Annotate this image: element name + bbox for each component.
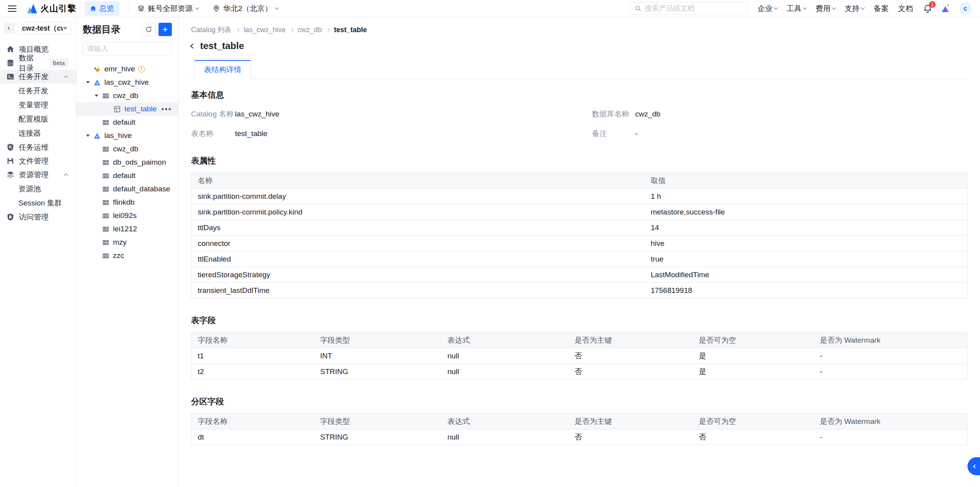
table-row: dtSTRINGnull否否- [191, 429, 967, 445]
caret-down-icon [95, 94, 98, 97]
caret-down-icon [86, 81, 90, 84]
tree-item-las-hive-db[interactable]: cwz_db [77, 142, 178, 156]
beta-badge: Beta [49, 58, 68, 67]
account-scope-dropdown[interactable]: 账号全部资源 [137, 4, 199, 14]
brand-logo-icon [27, 4, 37, 13]
sidebar-item-config-template[interactable]: 配置模版 [0, 112, 76, 126]
overview-label: 总览 [99, 4, 114, 14]
table-row: connectorhive [191, 236, 967, 251]
menu-item-billing[interactable]: 费用 [816, 4, 835, 14]
brand-logo[interactable]: 火山引擎 [27, 3, 77, 15]
tree-item-default[interactable]: default [77, 116, 178, 129]
sidebar-group-resource-mgmt[interactable]: 资源管理 [0, 168, 76, 182]
hamburger-icon[interactable] [8, 5, 16, 12]
database-icon [102, 185, 109, 193]
tree-item-las-hive-db[interactable]: flinkdb [77, 196, 178, 209]
sidebar-item-session-cluster[interactable]: Session 集群 [0, 196, 76, 210]
refresh-icon [145, 26, 152, 33]
tree-item-emr-hive[interactable]: emr_hive ! [77, 62, 178, 76]
avatar[interactable]: c [959, 2, 971, 15]
tree-item-las-hive-db[interactable]: db_ods_paimon [77, 156, 178, 169]
refresh-button[interactable] [142, 23, 155, 36]
tree-item-las-hive-db[interactable]: default [77, 169, 178, 182]
region-label: 华北2（北京） [223, 4, 272, 14]
app-window: 火山引擎 总览 账号全部资源 华北2（北京） [0, 0, 980, 487]
table-props: 名称 取值 sink.partition-commit.delay1 h sin… [191, 173, 967, 298]
tree-item-las-hive-db[interactable]: mzy [77, 236, 178, 249]
project-selector[interactable]: cwz-test（cwz... [18, 22, 71, 35]
catalog-search [83, 42, 172, 55]
global-search-input[interactable] [645, 4, 742, 13]
overview-button[interactable]: 总览 [84, 1, 120, 16]
sidebar-item-data-catalog[interactable]: 数据目录 Beta [0, 56, 76, 70]
shield-wrench-icon [6, 143, 15, 151]
tree-item-las-hive-db[interactable]: default_database [77, 182, 178, 196]
table-row: tieredStorageStrategyLastModifiedTime [191, 267, 967, 283]
sidebar-group-task-dev[interactable]: 任务开发 [0, 70, 76, 84]
global-search [630, 2, 747, 15]
basic-info-grid: Catalog 名称 las_cwz_hive 数据库名称 cwz_db 表名称… [191, 109, 967, 139]
project-sidebar: cwz-test（cwz... 项目概览 数据目录 [0, 17, 77, 487]
chevron-up-icon [64, 76, 68, 80]
chevron-down-icon [275, 6, 279, 10]
menu-item-enterprise[interactable]: 企业 [758, 4, 777, 14]
sidebar-item-file-mgmt[interactable]: 文件管理 [0, 154, 76, 168]
notification-badge: 1 [929, 1, 936, 8]
more-icon[interactable]: ••• [161, 105, 172, 114]
table-fields: 字段名称 字段类型 表达式 是否为主键 是否可为空 是否为 Watermark … [191, 332, 967, 380]
section-title-basic-info: 基本信息 [191, 89, 967, 100]
tree-item-las-hive-db[interactable]: zzc [77, 249, 178, 262]
sidebar-item-task-ops[interactable]: 任务运维 [0, 140, 76, 154]
tab-table-structure[interactable]: 表结构详情 [194, 60, 251, 79]
sidebar-item-resource-pool[interactable]: 资源池 [0, 182, 76, 196]
ai-assistant-icon[interactable] [940, 3, 951, 14]
chevron-down-icon [774, 6, 778, 10]
terminal-icon [6, 73, 15, 81]
brand-name: 火山引擎 [40, 3, 77, 15]
table-row: sink.partition-commit.policy.kindmetasto… [191, 204, 967, 220]
triangle-down-icon [63, 27, 67, 30]
sidebar-item-access-mgmt[interactable]: 访问管理 [0, 210, 76, 224]
menu-item-tools[interactable]: 工具 [787, 4, 806, 14]
home-icon [6, 45, 15, 53]
breadcrumb-database[interactable]: cwz_db [298, 26, 322, 34]
project-selector-label: cwz-test（cwz... [22, 24, 63, 33]
sidebar-item-variables[interactable]: 变量管理 [0, 98, 76, 112]
breadcrumb: Catalog 列表 las_cwz_hive cwz_db test_tabl… [191, 25, 967, 35]
catalog-search-input[interactable] [87, 45, 178, 53]
database-icon [102, 92, 109, 100]
page-title: test_table [200, 40, 244, 51]
menu-item-icp[interactable]: 备案 [874, 4, 889, 14]
table-row: t2STRINGnull否是- [191, 364, 967, 380]
location-pin-icon [213, 5, 220, 12]
database-icon [102, 119, 109, 126]
add-catalog-button[interactable]: + [158, 23, 172, 36]
region-dropdown[interactable]: 华北2（北京） [213, 4, 278, 14]
hive-icon [93, 65, 101, 73]
tree-item-test-table[interactable]: test_table ••• [77, 102, 178, 116]
tree-item-las-hive-db[interactable]: lei1212 [77, 222, 178, 236]
back-button[interactable] [190, 44, 195, 49]
table-row: t1INTnull否是- [191, 348, 967, 364]
breadcrumb-catalog[interactable]: las_cwz_hive [244, 26, 286, 34]
tree-item-cwz-db[interactable]: cwz_db [77, 89, 178, 102]
sidebar-item-task-dev[interactable]: 任务开发 [0, 84, 76, 98]
caret-down-icon [86, 134, 90, 137]
warning-icon: ! [138, 66, 145, 73]
menu-item-docs[interactable]: 文档 [898, 4, 913, 14]
tree-item-las-cwz-hive[interactable]: las_cwz_hive [77, 76, 178, 89]
sidebar-collapse-button[interactable] [4, 23, 15, 34]
section-title-table-fields: 表字段 [191, 315, 967, 326]
tree-item-las-hive-db[interactable]: lei092s [77, 209, 178, 222]
layers-icon [6, 171, 15, 179]
notification-bell[interactable]: 1 [923, 4, 932, 13]
breadcrumb-catalog-list[interactable]: Catalog 列表 [191, 25, 231, 35]
tab-bar: 表结构详情 [191, 60, 967, 79]
sidebar-item-connectors[interactable]: 连接器 [0, 126, 76, 140]
chevron-right-icon [290, 28, 294, 32]
menu-item-support[interactable]: 支持 [845, 4, 864, 14]
database-icon [102, 225, 109, 233]
tree-item-las-hive[interactable]: las_hive [77, 129, 178, 142]
database-icon [102, 212, 109, 220]
database-icon [102, 199, 109, 206]
